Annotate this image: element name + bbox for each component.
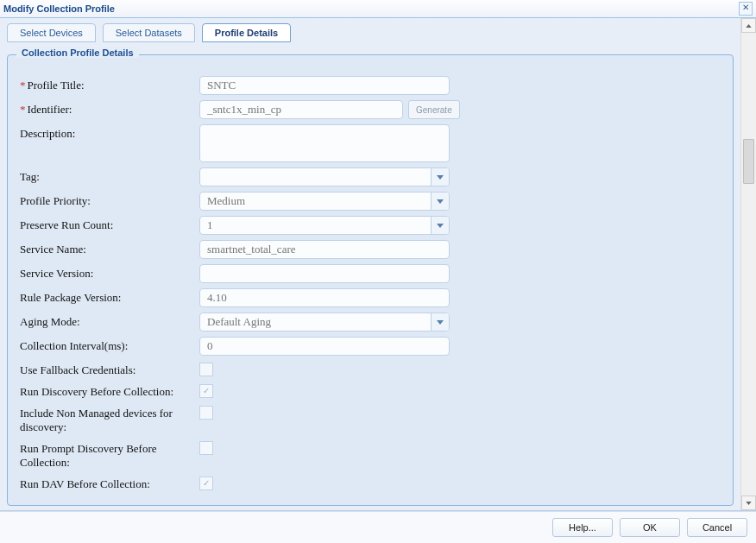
label-identifier: *Identifier:	[20, 100, 199, 117]
run-discovery-checkbox[interactable]	[199, 384, 213, 398]
scroll-down-icon[interactable]	[741, 496, 756, 510]
rule-package-version-input[interactable]	[199, 288, 450, 307]
profile-priority-combo[interactable]: Medium	[199, 192, 450, 211]
help-button[interactable]: Help...	[552, 518, 613, 537]
tag-combo[interactable]	[199, 167, 450, 186]
combo-value: Medium	[207, 194, 431, 208]
vertical-scrollbar[interactable]	[740, 18, 756, 510]
label-run-dav: Run DAV Before Collection:	[20, 475, 199, 491]
chevron-down-icon	[431, 313, 449, 331]
preserve-run-count-combo[interactable]: 1	[199, 216, 450, 235]
label-aging-mode: Aging Mode:	[20, 313, 199, 329]
service-version-input[interactable]	[199, 264, 450, 283]
use-fallback-checkbox[interactable]	[199, 363, 213, 376]
dialog-footer: Help... OK Cancel	[0, 511, 756, 543]
chevron-down-icon	[431, 193, 449, 210]
label-rule-package-version: Rule Package Version:	[20, 288, 199, 305]
run-dav-checkbox[interactable]	[199, 477, 213, 490]
content-area: Select Devices Select Datasets Profile D…	[0, 18, 740, 510]
fieldset-legend: Collection Profile Details	[16, 47, 139, 58]
scroll-thumb[interactable]	[743, 139, 754, 184]
run-prompt-discovery-checkbox[interactable]	[199, 441, 213, 455]
label-run-prompt-discovery: Run Prompt Discovery Before Collection:	[20, 439, 199, 470]
titlebar: Modify Collection Profile ✕	[0, 0, 756, 18]
tab-select-devices[interactable]: Select Devices	[7, 23, 96, 42]
tab-strip: Select Devices Select Datasets Profile D…	[7, 23, 734, 42]
combo-value: 1	[207, 218, 431, 232]
profile-details-fieldset: Collection Profile Details *Profile Titl…	[7, 54, 734, 506]
include-non-managed-checkbox[interactable]	[199, 406, 213, 420]
label-run-discovery: Run Discovery Before Collection:	[20, 382, 199, 399]
combo-value: Default Aging	[207, 315, 431, 329]
label-collection-interval: Collection Interval(ms):	[20, 337, 199, 353]
identifier-input[interactable]	[199, 100, 403, 119]
close-icon[interactable]: ✕	[739, 2, 753, 16]
profile-title-input[interactable]	[199, 76, 450, 95]
label-preserve-run-count: Preserve Run Count:	[20, 216, 199, 232]
label-service-version: Service Version:	[20, 264, 199, 281]
label-use-fallback: Use Fallback Credentials:	[20, 361, 199, 377]
window-title: Modify Collection Profile	[3, 3, 739, 14]
chevron-down-icon	[431, 217, 449, 234]
chevron-down-icon	[431, 168, 449, 186]
label-profile-priority: Profile Priority:	[20, 192, 199, 208]
ok-button[interactable]: OK	[620, 518, 680, 537]
description-textarea[interactable]	[199, 124, 450, 162]
scroll-up-icon[interactable]	[741, 18, 756, 33]
tab-profile-details[interactable]: Profile Details	[202, 23, 291, 42]
label-profile-title: *Profile Title:	[20, 76, 199, 92]
generate-button[interactable]: Generate	[408, 100, 460, 119]
aging-mode-combo[interactable]: Default Aging	[199, 313, 450, 331]
cancel-button[interactable]: Cancel	[687, 518, 747, 537]
label-description: Description:	[20, 124, 199, 141]
service-name-input[interactable]	[199, 240, 450, 259]
tab-select-datasets[interactable]: Select Datasets	[103, 23, 195, 42]
label-text: Identifier:	[28, 103, 72, 116]
dialog-window: Modify Collection Profile ✕ Select Devic…	[0, 0, 756, 543]
dialog-body: Select Devices Select Datasets Profile D…	[0, 18, 756, 511]
collection-interval-input[interactable]	[199, 337, 450, 356]
label-tag: Tag:	[20, 167, 199, 184]
label-text: Profile Title:	[28, 79, 85, 92]
label-service-name: Service Name:	[20, 240, 199, 256]
label-include-non-managed: Include Non Managed devices for discover…	[20, 404, 199, 434]
